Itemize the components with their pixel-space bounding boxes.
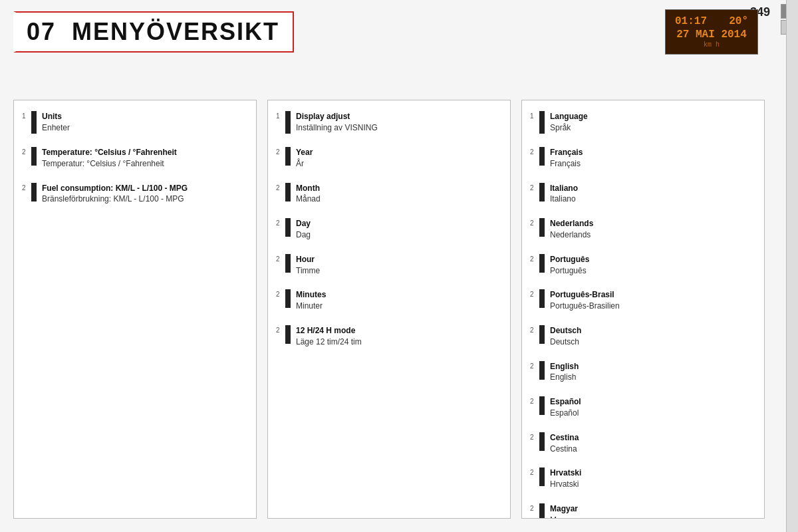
menu-item: 2 Hrvatski Hrvatski [530,467,756,490]
menu-item-primary: Português-Brasil [550,289,620,301]
badge-level: 1 [276,112,283,120]
menu-item: 2 Month Månad [276,183,502,205]
badge-bar [31,111,37,134]
badge-level: 2 [530,219,537,227]
menu-item-text: Hrvatski Hrvatski [550,467,581,490]
menu-item-primary: Minutes [296,289,326,301]
clock-date: 27 MAI 2014 [675,29,748,41]
badge-bar [285,289,291,308]
badge-bar [285,147,291,166]
menu-item-secondary: Português [550,265,589,277]
menu-item-secondary: År [296,158,313,170]
menu-item-text: 12 H/24 H mode Läge 12 tim/24 tim [296,325,362,348]
menu-item-secondary: Deutsch [550,336,581,348]
menu-badge: 2 [276,218,291,237]
menu-item-primary: English [550,361,579,372]
menu-item: 1 Display adjust Inställning av VISNING [276,111,502,134]
menu-item-secondary: Español [550,408,581,419]
badge-bar [539,254,545,273]
badge-level: 2 [276,327,283,334]
menu-badge: 2 [22,147,37,166]
menu-item-primary: Fuel consumption: KM/L - L/100 - MPG [42,183,188,194]
menu-item-primary: Español [550,396,581,408]
menu-item-primary: Deutsch [550,325,581,336]
badge-bar [285,218,291,237]
menu-item-secondary: Läge 12 tim/24 tim [296,336,362,348]
menu-badge: 1 [22,111,37,134]
menu-badge: 2 [530,147,545,166]
badge-level: 2 [276,219,283,227]
badge-bar [539,361,545,380]
menu-item-text: Deutsch Deutsch [550,325,581,348]
menu-item-primary: Year [296,147,313,158]
badge-bar [539,147,545,166]
menu-item-primary: Day [296,218,311,229]
menu-badge: 1 [530,111,545,134]
column-3: 1 Language Språk 2 Français Français [521,100,765,519]
badge-bar [285,111,291,134]
menu-item-text: Year År [296,147,313,170]
badge-bar [31,147,37,166]
badge-bar [285,254,291,273]
menu-item-secondary: Nederlands [550,229,593,241]
menu-item-primary: Português [550,254,589,265]
menu-item: 2 Español Español [530,396,756,419]
menu-item: 2 Magyar Magyar [530,503,756,519]
badge-bar [285,183,291,201]
menu-item-text: Hour Timme [296,254,320,277]
menu-item-text: Fuel consumption: KM/L - L/100 - MPG Brä… [42,183,188,205]
menu-item-primary: Français [550,147,583,158]
menu-item: 1 Language Språk [530,111,756,134]
menu-badge: 2 [276,325,291,344]
menu-badge: 2 [530,396,545,415]
menu-item-primary: Magyar [550,503,578,515]
badge-bar [285,325,291,344]
badge-level: 1 [530,112,537,120]
badge-bar [31,183,37,201]
menu-item-primary: Display adjust [296,111,378,122]
badge-level: 2 [22,148,29,156]
menu-item-primary: Hrvatski [550,467,581,479]
menu-item-secondary: Bränsleförbrukning: KM/L - L/100 - MPG [42,194,188,205]
menu-badge: 2 [276,254,291,273]
menu-item: 2 Nederlands Nederlands [530,218,756,241]
menu-item: 2 Year År [276,147,502,170]
menu-item-secondary: Hrvatski [550,479,581,490]
menu-item-secondary: Inställning av VISNING [296,122,378,134]
badge-level: 2 [530,184,537,192]
menu-item-text: Cestina Cestina [550,432,579,455]
menu-badge: 2 [276,289,291,308]
menu-item-secondary: Magyar [550,515,578,519]
menu-item-primary: Hour [296,254,320,265]
badge-level: 1 [22,112,29,120]
badge-bar [539,396,545,415]
header-title-box: 07 MENYÖVERSIKT [13,11,294,53]
menu-badge: 2 [530,254,545,273]
badge-bar [539,325,545,344]
menu-item-text: Español Español [550,396,581,419]
menu-badge: 2 [22,183,37,201]
badge-level: 2 [530,469,537,476]
menu-item-secondary: Enheter [42,122,70,134]
badge-level: 2 [276,291,283,298]
menu-item-secondary: Dag [296,229,311,241]
menu-badge: 2 [276,183,291,201]
menu-item: 2 Cestina Cestina [530,432,756,455]
menu-item-primary: Nederlands [550,218,593,229]
menu-item-text: Display adjust Inställning av VISNING [296,111,378,134]
menu-badge: 2 [530,467,545,486]
menu-item: 2 12 H/24 H mode Läge 12 tim/24 tim [276,325,502,348]
menu-item-text: Language Språk [550,111,588,134]
badge-level: 2 [276,184,283,192]
header: 07 MENYÖVERSIKT 01:17 20° 27 MAI 2014 km… [13,9,758,55]
badge-bar [539,503,545,519]
menu-item-text: Nederlands Nederlands [550,218,593,241]
menu-item-secondary: Italiano [550,194,578,205]
menu-item-text: Italiano Italiano [550,183,578,205]
menu-item-text: English English [550,361,579,384]
menu-item-secondary: Minuter [296,301,326,312]
menu-item-text: Temperature: °Celsius / °Fahrenheit Temp… [42,147,177,170]
menu-item-text: Units Enheter [42,111,70,134]
menu-item-primary: Month [296,183,321,194]
menu-badge: 2 [530,361,545,380]
